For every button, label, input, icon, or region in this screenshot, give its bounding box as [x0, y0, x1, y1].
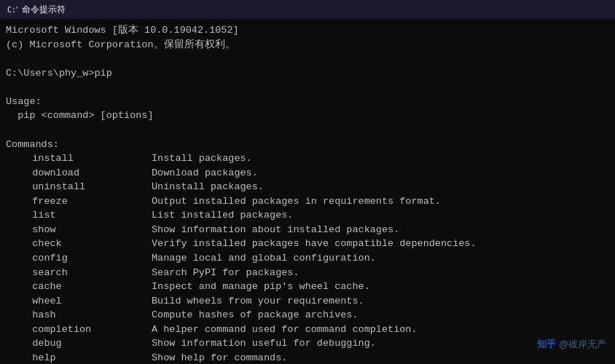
command-row: downloadDownload packages. — [6, 166, 477, 181]
watermark: 知乎 @彼岸无产 — [537, 338, 606, 351]
command-row: cacheInspect and manage pip's wheel cach… — [6, 280, 477, 294]
terminal-line-blank-3 — [6, 123, 609, 138]
command-desc: Build wheels from your requirements. — [152, 294, 477, 309]
command-desc: Show information about installed package… — [152, 223, 477, 237]
command-desc: Output installed packages in requirement… — [152, 194, 477, 209]
commands-table: installInstall packages. downloadDownloa… — [6, 151, 477, 364]
command-row: listList installed packages. — [6, 208, 477, 223]
terminal-line-blank-1 — [6, 52, 609, 66]
command-desc: Uninstall packages. — [152, 180, 477, 194]
command-name: check — [6, 237, 152, 251]
command-row: freezeOutput installed packages in requi… — [6, 194, 477, 209]
command-desc: Inspect and manage pip's wheel cache. — [152, 280, 477, 294]
title-bar: C:\ 命令提示符 — [0, 0, 615, 19]
command-name: search — [6, 266, 152, 280]
watermark-zhihu: 知乎 — [537, 338, 556, 351]
command-row: wheelBuild wheels from your requirements… — [6, 294, 477, 309]
command-name: config — [6, 251, 152, 266]
command-row: installInstall packages. — [6, 151, 477, 166]
command-name: hash — [6, 308, 152, 323]
command-row: completionA helper command used for comm… — [6, 323, 477, 337]
command-row: searchSearch PyPI for packages. — [6, 266, 477, 280]
command-name: show — [6, 223, 152, 237]
command-desc: Search PyPI for packages. — [152, 266, 477, 280]
command-name: install — [6, 151, 152, 166]
command-desc: Compute hashes of package archives. — [152, 308, 477, 323]
terminal-commands-label: Commands: — [6, 138, 609, 152]
command-name: wheel — [6, 294, 152, 309]
command-name: cache — [6, 280, 152, 294]
command-row: uninstallUninstall packages. — [6, 180, 477, 194]
command-desc: Download packages. — [152, 166, 477, 181]
terminal-line-blank-2 — [6, 80, 609, 95]
command-desc: List installed packages. — [152, 208, 477, 223]
command-row: checkVerify installed packages have comp… — [6, 237, 477, 251]
command-row: showShow information about installed pac… — [6, 223, 477, 237]
command-name: help — [6, 351, 152, 364]
command-name: freeze — [6, 194, 152, 209]
terminal-usage-cmd: pip <command> [options] — [6, 108, 609, 123]
terminal-line-1: Microsoft Windows [版本 10.0.19042.1052] — [6, 23, 609, 38]
command-desc: Manage local and global configuration. — [152, 251, 477, 266]
command-desc: Show information useful for debugging. — [152, 336, 477, 351]
terminal-body: Microsoft Windows [版本 10.0.19042.1052] (… — [0, 19, 615, 364]
terminal-prompt: C:\Users\phy_w>pip — [6, 66, 609, 81]
command-name: uninstall — [6, 180, 152, 194]
command-desc: Verify installed packages have compatibl… — [152, 237, 477, 251]
command-row: configManage local and global configurat… — [6, 251, 477, 266]
terminal-usage-label: Usage: — [6, 95, 609, 109]
command-desc: A helper command used for command comple… — [152, 323, 477, 337]
title-bar-text: 命令提示符 — [22, 4, 66, 16]
command-name: list — [6, 208, 152, 223]
watermark-author: @彼岸无产 — [559, 338, 606, 351]
command-desc: Show help for commands. — [152, 351, 477, 364]
command-row: helpShow help for commands. — [6, 351, 477, 364]
command-name: download — [6, 166, 152, 181]
cmd-icon: C:\ — [6, 4, 17, 15]
terminal-line-2: (c) Microsoft Corporation。保留所有权利。 — [6, 38, 609, 52]
command-row: hashCompute hashes of package archives. — [6, 308, 477, 323]
command-name: completion — [6, 323, 152, 337]
command-desc: Install packages. — [152, 151, 477, 166]
command-row: debugShow information useful for debuggi… — [6, 336, 477, 351]
svg-text:C:\: C:\ — [7, 6, 17, 14]
command-name: debug — [6, 336, 152, 351]
